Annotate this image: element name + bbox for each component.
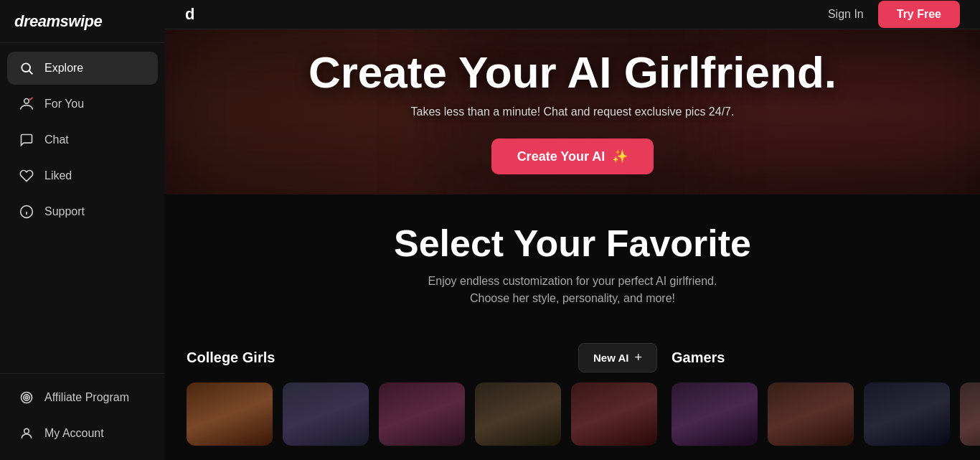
category-title-gamers: Gamers — [672, 349, 725, 366]
sidebar-item-label: Liked — [44, 169, 72, 182]
subtitle-line1: Enjoy endless customization for your per… — [428, 275, 717, 287]
svg-line-1 — [29, 71, 33, 75]
ai-card[interactable] — [672, 382, 758, 446]
category-title-college-girls: College Girls — [187, 349, 275, 366]
sidebar-item-label: Explore — [44, 62, 83, 75]
topbar: d Sign In Try Free — [165, 0, 980, 29]
topbar-logo: d — [185, 5, 196, 24]
sidebar-item-account[interactable]: My Account — [7, 417, 158, 450]
sidebar-bottom: Affiliate Program My Account — [0, 373, 165, 460]
logo-text: dreamswipe — [14, 12, 102, 31]
try-free-label: Try Free — [897, 8, 941, 20]
topbar-logo-letter: d — [185, 5, 196, 23]
subtitle-line2: Choose her style, personality, and more! — [470, 292, 675, 304]
select-subtitle: Enjoy endless customization for your per… — [187, 273, 958, 307]
chat-icon — [19, 132, 34, 148]
college-girls-cards — [187, 382, 657, 446]
category-header-college-girls: College Girls New AI + — [187, 343, 657, 372]
category-gamers: Gamers New AI + — [664, 343, 980, 460]
svg-point-9 — [24, 428, 29, 433]
plus-icon: + — [634, 350, 642, 365]
heart-person-icon — [19, 96, 34, 112]
svg-point-2 — [24, 99, 29, 104]
sidebar-item-for-you[interactable]: For You — [7, 88, 158, 121]
ai-card[interactable] — [960, 382, 980, 446]
sidebar: dreamswipe Explore For You — [0, 0, 165, 460]
svg-point-7 — [24, 395, 29, 400]
sign-in-button[interactable]: Sign In — [828, 8, 864, 21]
category-header-gamers: Gamers New AI + — [672, 343, 980, 372]
new-ai-label: New AI — [593, 352, 628, 364]
person-icon — [19, 426, 34, 441]
liked-icon — [19, 168, 34, 184]
hero-section: Create Your AI Girlfriend. Takes less th… — [165, 29, 980, 194]
sidebar-item-support[interactable]: Support — [7, 195, 158, 228]
svg-point-8 — [25, 396, 27, 398]
ai-card[interactable] — [864, 382, 950, 446]
gamers-cards — [672, 382, 980, 446]
sidebar-item-liked[interactable]: Liked — [7, 159, 158, 192]
ai-card[interactable] — [475, 382, 561, 446]
select-section: Select Your Favorite Enjoy endless custo… — [165, 194, 980, 343]
sign-in-label: Sign In — [828, 8, 864, 20]
topbar-actions: Sign In Try Free — [828, 1, 960, 28]
ai-card[interactable] — [768, 382, 854, 446]
sidebar-logo: dreamswipe — [0, 0, 165, 43]
hero-title: Create Your AI Girlfriend. — [308, 49, 837, 95]
ai-card[interactable] — [187, 382, 273, 446]
try-free-button[interactable]: Try Free — [878, 1, 960, 28]
new-ai-button-college-girls[interactable]: New AI + — [578, 343, 657, 372]
select-title: Select Your Favorite — [187, 223, 958, 264]
sidebar-item-chat[interactable]: Chat — [7, 123, 158, 156]
hero-content: Create Your AI Girlfriend. Takes less th… — [308, 49, 837, 174]
search-icon — [19, 60, 34, 76]
sidebar-item-label: For You — [44, 98, 84, 111]
sidebar-item-affiliate[interactable]: Affiliate Program — [7, 381, 158, 414]
sidebar-item-label: Affiliate Program — [44, 391, 129, 404]
ai-card[interactable] — [571, 382, 657, 446]
categories-row: College Girls New AI + Gamers New AI — [165, 343, 980, 460]
category-college-girls: College Girls New AI + — [179, 343, 664, 460]
main-area: d Sign In Try Free Create Your AI Girlfr… — [165, 0, 980, 460]
svg-point-0 — [22, 63, 30, 72]
hero-subtitle: Takes less than a minute! Chat and reque… — [308, 105, 837, 118]
coins-icon — [19, 390, 34, 405]
sidebar-item-label: Support — [44, 205, 85, 218]
sidebar-item-label: Chat — [44, 133, 69, 146]
ai-card[interactable] — [379, 382, 465, 446]
ai-card[interactable] — [283, 382, 369, 446]
sidebar-item-explore[interactable]: Explore — [7, 52, 158, 85]
hero-cta-label: Create Your AI — [517, 149, 606, 164]
sidebar-item-label: My Account — [44, 427, 104, 440]
sidebar-nav: Explore For You Chat — [0, 43, 165, 373]
sparkles-icon: ✨ — [612, 149, 628, 164]
svg-point-6 — [22, 393, 32, 403]
create-ai-button[interactable]: Create Your AI ✨ — [491, 139, 654, 174]
info-icon — [19, 204, 34, 220]
